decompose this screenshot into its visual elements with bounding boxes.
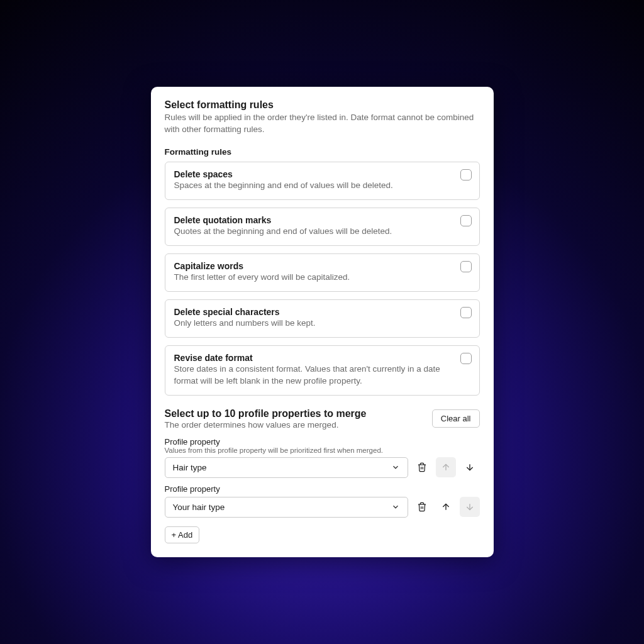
rule-checkbox[interactable] [460, 215, 472, 226]
rule-title: Delete quotation marks [174, 215, 470, 225]
clear-all-button[interactable]: Clear all [432, 409, 480, 428]
rule-delete-quotes[interactable]: Delete quotation marks Quotes at the beg… [165, 208, 480, 246]
formatting-section: Select formatting rules Rules will be ap… [165, 99, 480, 395]
move-down-button [460, 497, 480, 517]
trash-icon [417, 502, 427, 512]
chevron-down-icon [391, 463, 400, 472]
arrow-down-icon [465, 502, 475, 512]
move-down-button[interactable] [460, 457, 480, 477]
rule-title: Capitalize words [174, 261, 470, 271]
move-up-button[interactable] [436, 497, 456, 517]
property-label: Profile property [165, 437, 480, 447]
settings-panel: Select formatting rules Rules will be ap… [151, 87, 494, 557]
rule-checkbox[interactable] [460, 169, 472, 180]
merge-description: The order determines how values are merg… [165, 420, 432, 430]
property-value: Hair type [173, 463, 207, 472]
formatting-description: Rules will be applied in the order they'… [165, 112, 480, 136]
formatting-subheading: Formatting rules [165, 147, 480, 157]
merge-title: Select up to 10 profile properties to me… [165, 408, 432, 419]
rule-delete-spaces[interactable]: Delete spaces Spaces at the beginning an… [165, 162, 480, 200]
rule-delete-special[interactable]: Delete special characters Only letters a… [165, 299, 480, 338]
rule-checkbox[interactable] [460, 307, 472, 318]
rule-revise-date[interactable]: Revise date format Store dates in a cons… [165, 345, 480, 396]
property-value: Your hair type [173, 502, 225, 512]
profile-property-row: Profile property Your hair type [165, 484, 480, 518]
chevron-down-icon [391, 502, 400, 511]
property-label: Profile property [165, 484, 480, 494]
delete-button[interactable] [412, 497, 432, 517]
property-select[interactable]: Your hair type [165, 497, 408, 518]
rule-title: Revise date format [174, 353, 470, 363]
profile-property-row: Profile property Values from this profil… [165, 437, 480, 478]
delete-button[interactable] [412, 457, 432, 477]
rule-desc: The first letter of every word will be c… [174, 272, 470, 284]
rule-checkbox[interactable] [460, 353, 472, 364]
rule-title: Delete special characters [174, 307, 470, 317]
rule-desc: Spaces at the beginning and end of value… [174, 180, 470, 192]
rule-capitalize[interactable]: Capitalize words The first letter of eve… [165, 253, 480, 292]
arrow-up-icon [441, 462, 451, 472]
rule-title: Delete spaces [174, 169, 470, 179]
trash-icon [417, 462, 427, 472]
add-button[interactable]: + Add [165, 526, 200, 543]
arrow-down-icon [465, 462, 475, 472]
rule-desc: Only letters and numbers will be kept. [174, 318, 470, 330]
property-hint: Values from this profile property will b… [165, 447, 480, 454]
merge-header: Select up to 10 profile properties to me… [165, 408, 480, 430]
move-up-button [436, 457, 456, 477]
rule-desc: Quotes at the beginning and end of value… [174, 226, 470, 238]
formatting-title: Select formatting rules [165, 99, 480, 111]
rule-checkbox[interactable] [460, 261, 472, 272]
rule-desc: Store dates in a consistent format. Valu… [174, 364, 470, 387]
property-select[interactable]: Hair type [165, 457, 408, 478]
arrow-up-icon [441, 502, 451, 512]
